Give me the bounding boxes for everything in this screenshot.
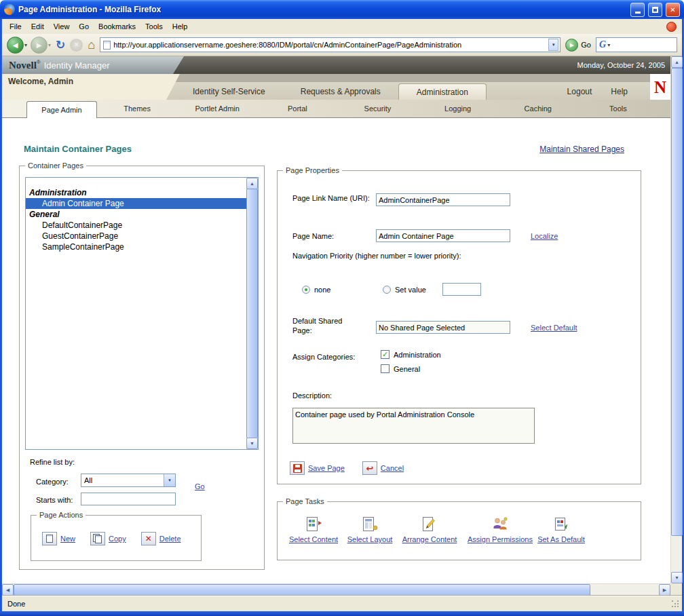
back-button[interactable]: ◀ ▾ xyxy=(7,37,27,54)
menu-view[interactable]: View xyxy=(49,21,75,32)
menu-file[interactable]: File xyxy=(5,21,26,32)
logout-link[interactable]: Logout xyxy=(567,87,592,96)
list-item-guestcontainerpage[interactable]: GuestContainerPage xyxy=(26,231,246,242)
search-dropdown-icon[interactable]: ▾ xyxy=(607,42,610,48)
cancel-button[interactable]: ↩ Cancel xyxy=(362,461,404,475)
maximize-button[interactable] xyxy=(648,3,662,17)
maintain-shared-pages-link[interactable]: Maintain Shared Pages xyxy=(539,145,624,154)
list-scrollbar-thumb[interactable] xyxy=(246,189,258,438)
help-link[interactable]: Help xyxy=(611,87,628,96)
combo-dropdown-icon[interactable]: ▼ xyxy=(164,474,175,486)
tab-identity-self-service[interactable]: Identity Self-Service xyxy=(175,83,283,100)
select-default-link[interactable]: Select Default xyxy=(531,324,577,332)
priority-setvalue-radio[interactable]: Set value xyxy=(383,286,426,294)
horizontal-scrollbar-thumb[interactable] xyxy=(14,584,590,596)
reload-button[interactable]: ↻ xyxy=(54,38,66,52)
window-title: Page Administration - Mozilla Firefox xyxy=(18,5,627,14)
vertical-scrollbar[interactable]: ▲ ▼ xyxy=(670,56,682,583)
sub-tabs: Page Admin Themes Portlet Admin Portal S… xyxy=(2,100,670,118)
list-scrollbar[interactable]: ▲ ▼ xyxy=(246,178,258,449)
scroll-down-icon[interactable]: ▼ xyxy=(246,438,258,449)
stop-icon: ✕ xyxy=(74,41,79,48)
localize-link[interactable]: Localize xyxy=(531,232,558,240)
task-select-content[interactable]: Select Content xyxy=(281,516,346,543)
new-button[interactable]: New xyxy=(42,532,75,545)
go-button[interactable]: ▶ Go xyxy=(564,39,592,52)
refine-go-link[interactable]: Go xyxy=(195,482,205,490)
forward-dropdown-icon[interactable]: ▾ xyxy=(48,42,51,48)
main-tabs: Identity Self-Service Requests & Approva… xyxy=(175,83,487,100)
starts-with-input[interactable] xyxy=(81,493,176,505)
default-shared-page-input[interactable] xyxy=(376,321,510,334)
list-item-samplecontainerpage[interactable]: SampleContainerPage xyxy=(26,242,246,252)
menu-help[interactable]: Help xyxy=(168,21,193,32)
cancel-label[interactable]: Cancel xyxy=(381,464,404,472)
back-dropdown-icon[interactable]: ▾ xyxy=(24,42,27,48)
subtab-portlet-admin[interactable]: Portlet Admin xyxy=(177,100,257,117)
description-textarea[interactable]: Container page used by Portal Administra… xyxy=(292,408,535,444)
go-button-label: Go xyxy=(581,41,591,49)
tab-requests-approvals[interactable]: Requests & Approvals xyxy=(283,83,398,100)
scroll-up-icon[interactable]: ▲ xyxy=(671,56,683,68)
firefox-icon xyxy=(4,4,15,15)
subtab-page-admin[interactable]: Page Admin xyxy=(26,101,97,118)
container-pages-list[interactable]: Administration Admin Container Page Gene… xyxy=(25,177,259,450)
save-page-label[interactable]: Save Page xyxy=(308,464,345,472)
subtab-tools[interactable]: Tools xyxy=(578,100,658,117)
assign-permissions-icon xyxy=(491,516,509,533)
tab-administration[interactable]: Administration xyxy=(398,83,487,100)
scroll-left-icon[interactable]: ◀ xyxy=(2,584,14,596)
forward-button[interactable]: ▶ ▾ xyxy=(31,37,51,54)
stop-button[interactable]: ✕ xyxy=(70,39,83,52)
url-input[interactable] xyxy=(113,41,546,49)
subtab-security[interactable]: Security xyxy=(337,100,417,117)
category-general-checkbox[interactable]: General xyxy=(381,364,420,373)
menu-bookmarks[interactable]: Bookmarks xyxy=(94,21,140,32)
close-button[interactable]: ✕ xyxy=(666,3,680,17)
minimize-button[interactable] xyxy=(630,3,645,17)
scroll-right-icon[interactable]: ▶ xyxy=(659,584,670,596)
category-administration-checkbox[interactable]: ✓ Administration xyxy=(381,350,441,359)
subtab-themes[interactable]: Themes xyxy=(97,100,177,117)
home-button[interactable]: ⌂ xyxy=(86,38,96,52)
delete-button[interactable]: ✕ Delete xyxy=(141,532,181,545)
menu-tools[interactable]: Tools xyxy=(140,21,168,32)
priority-value-input[interactable] xyxy=(442,283,481,296)
subtab-caching[interactable]: Caching xyxy=(498,100,578,117)
titlebar[interactable]: Page Administration - Mozilla Firefox ✕ xyxy=(0,0,684,19)
menu-edit[interactable]: Edit xyxy=(26,21,49,32)
page-link-name-label: Page Link Name (URI): xyxy=(292,193,373,203)
subtab-logging[interactable]: Logging xyxy=(418,100,498,117)
page-link-name-input[interactable] xyxy=(376,193,510,206)
copy-button[interactable]: Copy xyxy=(90,532,126,545)
alert-icon[interactable] xyxy=(666,22,677,32)
list-category-administration[interactable]: Administration xyxy=(26,187,246,198)
copy-label[interactable]: Copy xyxy=(109,535,126,543)
list-category-general[interactable]: General xyxy=(26,209,246,220)
priority-none-radio[interactable]: none xyxy=(302,286,330,294)
page-actions-legend: Page Actions xyxy=(37,511,86,519)
task-select-layout[interactable]: Select Layout xyxy=(337,516,402,543)
scroll-up-icon[interactable]: ▲ xyxy=(246,178,258,189)
url-dropdown-icon[interactable]: ▼ xyxy=(548,39,558,51)
category-selected-value: All xyxy=(81,476,164,484)
horizontal-scrollbar[interactable]: ◀ ▶ xyxy=(2,583,682,595)
task-set-as-default[interactable]: Set As Default xyxy=(526,516,596,543)
scroll-down-icon[interactable]: ▼ xyxy=(671,572,683,583)
menu-go[interactable]: Go xyxy=(74,21,94,32)
search-box[interactable]: G ▾ xyxy=(596,37,677,52)
url-bar[interactable]: ▼ xyxy=(100,37,560,52)
subtab-portal[interactable]: Portal xyxy=(257,100,337,117)
save-page-button[interactable]: Save Page xyxy=(290,461,345,475)
new-label[interactable]: New xyxy=(60,535,75,543)
go-arrow-icon: ▶ xyxy=(570,42,574,48)
category-select[interactable]: All ▼ xyxy=(81,474,176,487)
task-arrange-content[interactable]: Arrange Content xyxy=(394,516,465,543)
vertical-scrollbar-thumb[interactable] xyxy=(671,68,683,536)
list-item-admin-container-page[interactable]: Admin Container Page xyxy=(26,198,246,209)
list-item-defaultcontainerpage[interactable]: DefaultContainerPage xyxy=(26,220,246,231)
resize-grip[interactable] xyxy=(672,600,680,609)
registered-mark: ® xyxy=(37,59,41,65)
delete-label[interactable]: Delete xyxy=(159,535,181,543)
page-name-input[interactable] xyxy=(376,229,510,242)
